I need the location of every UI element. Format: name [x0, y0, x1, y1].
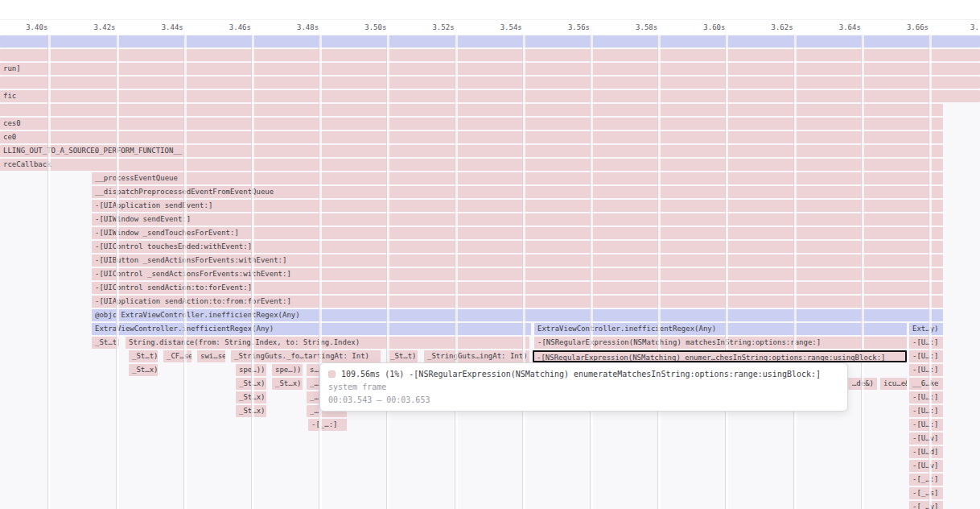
gridline: [455, 35, 458, 509]
gridline: [183, 35, 187, 509]
flame-frame[interactable]: -[_…:]: [308, 419, 347, 431]
frame-color-swatch: [328, 370, 336, 378]
flame-frame[interactable]: -[UIControl touchesEnded:withEvent:]: [92, 241, 943, 253]
time-tick-label: 3.40s: [7, 23, 47, 31]
time-tick-label: 3.42s: [76, 23, 116, 31]
flame-frame[interactable]: _St…t): [129, 350, 158, 362]
time-tick-label: 3.56s: [550, 23, 590, 31]
time-tick-label: 3.54s: [482, 23, 522, 31]
flame-frame[interactable]: [0, 104, 943, 116]
flame-frame[interactable]: -[U…:]: [909, 350, 943, 362]
flame-frame[interactable]: _StringGuts…ingAt: Int): [424, 350, 529, 362]
flame-frame[interactable]: __dispatchPreprocessedEventFromEventQueu…: [92, 186, 943, 198]
flame-frame[interactable]: fic: [0, 90, 980, 102]
flame-frame-selected[interactable]: -[NSRegularExpression(NSMatching) enumer…: [533, 350, 907, 362]
time-tick-label: 3.: [970, 23, 980, 31]
flame-frame[interactable]: -[U…:]: [909, 337, 943, 349]
flame-frame[interactable]: -[UIControl sendAction:to:forEvent:]: [92, 282, 943, 294]
flame-frame[interactable]: ces0: [0, 118, 943, 130]
tooltip-percent: (1%): [385, 370, 404, 379]
flame-frame[interactable]: -[_…s]: [909, 487, 943, 499]
gridline: [861, 35, 864, 509]
flame-frame[interactable]: -[_…v]: [909, 501, 943, 509]
flame-frame[interactable]: -[U…:]: [909, 419, 943, 431]
gridline: [386, 35, 389, 509]
flame-frame[interactable]: [0, 49, 980, 61]
flame-frame[interactable]: _St…x): [129, 364, 158, 376]
flame-frame[interactable]: _St…t): [387, 350, 418, 362]
toolbar-strip: [0, 0, 980, 20]
flame-frame[interactable]: -[UIApplication sendAction:to:from:forEv…: [92, 296, 943, 308]
flame-frame[interactable]: icu…e&): [880, 378, 907, 390]
flame-frame[interactable]: _CF…se: [163, 350, 191, 362]
gridline: [522, 35, 525, 509]
frame-tooltip: 109.56ms (1%) -[NSRegularExpression(NSMa…: [319, 362, 848, 412]
time-tick-label: 3.60s: [685, 23, 725, 31]
time-tick-label: 3.50s: [346, 23, 386, 31]
gridline: [116, 35, 119, 509]
tooltip-title: 109.56ms (1%) -[NSRegularExpression(NSMa…: [328, 368, 839, 381]
tooltip-time-range: 00:03.543 — 00:03.653: [328, 394, 839, 407]
flame-frame[interactable]: [0, 77, 980, 89]
time-tick-label: 3.64s: [821, 23, 861, 31]
flame-frame[interactable]: -[U…:]: [909, 405, 943, 417]
gridline: [725, 35, 728, 509]
time-tick-label: 3.66s: [888, 23, 929, 31]
flame-frame[interactable]: ExtraViewController.inefficientRegex(Any…: [92, 323, 531, 335]
gridline: [319, 35, 322, 509]
instruments-flame-graph: 3.40s3.42s3.44s3.46s3.48s3.50s3.52s3.54s…: [0, 0, 980, 509]
tooltip-duration: 109.56ms: [341, 370, 380, 379]
gridline: [47, 35, 51, 509]
time-ruler[interactable]: 3.40s3.42s3.44s3.46s3.48s3.50s3.52s3.54s…: [0, 20, 980, 35]
flame-frame[interactable]: -[U…:]: [909, 391, 943, 403]
flame-frame[interactable]: [0, 35, 980, 48]
flame-frame[interactable]: swi…se: [197, 350, 225, 362]
time-tick-label: 3.48s: [278, 23, 319, 31]
flame-chart[interactable]: run]ficces0ce0LLING_OUT_TO_A_SOURCE0_PER…: [0, 0, 980, 509]
flame-frame[interactable]: -[U…d]: [909, 446, 943, 458]
flame-frame[interactable]: LLING_OUT_TO_A_SOURCE0_PERFORM_FUNCTION_…: [0, 145, 943, 157]
time-tick-label: 3.44s: [143, 23, 183, 31]
time-tick-label: 3.52s: [414, 23, 455, 31]
tooltip-frame-name: -[NSRegularExpression(NSMatching) enumer…: [409, 370, 821, 379]
flame-frame[interactable]: @objc ExtraViewController.inefficientReg…: [92, 309, 943, 321]
flame-frame[interactable]: __processEventQueue: [92, 172, 943, 184]
flame-frame[interactable]: run]: [0, 63, 980, 75]
gridline: [251, 35, 254, 509]
time-tick-label: 3.58s: [617, 23, 657, 31]
gridline: [657, 35, 661, 509]
flame-frame[interactable]: rceCallback: [0, 159, 943, 171]
flame-frame[interactable]: -[UIApplication sendEvent:]: [92, 200, 943, 212]
time-tick-label: 3.62s: [753, 23, 793, 31]
gridline: [793, 35, 797, 509]
flame-frame[interactable]: -[UIButton _sendActionsForEvents:withEve…: [92, 254, 943, 267]
time-tick-label: 3.46s: [211, 23, 251, 31]
gridline: [590, 35, 593, 509]
flame-frame[interactable]: -[U…v]: [909, 432, 943, 445]
gridline: [929, 35, 932, 509]
flame-frame[interactable]: spe…)): [272, 364, 303, 376]
flame-frame[interactable]: -[_…:]: [909, 474, 943, 486]
flame-frame[interactable]: _St…x): [272, 378, 303, 390]
flame-frame[interactable]: ce0: [0, 131, 943, 143]
flame-frame[interactable]: -[UIControl _sendActionsForEvents:withEv…: [92, 268, 943, 280]
tooltip-frame-kind: system frame: [328, 381, 839, 394]
flame-frame[interactable]: -[UIWindow sendEvent:]: [92, 213, 943, 226]
flame-frame[interactable]: Ext…y): [909, 323, 943, 335]
flame-frame[interactable]: -[UIWindow _sendTouchesForEvent:]: [92, 227, 943, 239]
flame-frame[interactable]: -[U…v]: [909, 460, 943, 472]
flame-frame[interactable]: -[U…:]: [909, 364, 943, 376]
flame-frame[interactable]: __6…ke: [909, 378, 943, 390]
